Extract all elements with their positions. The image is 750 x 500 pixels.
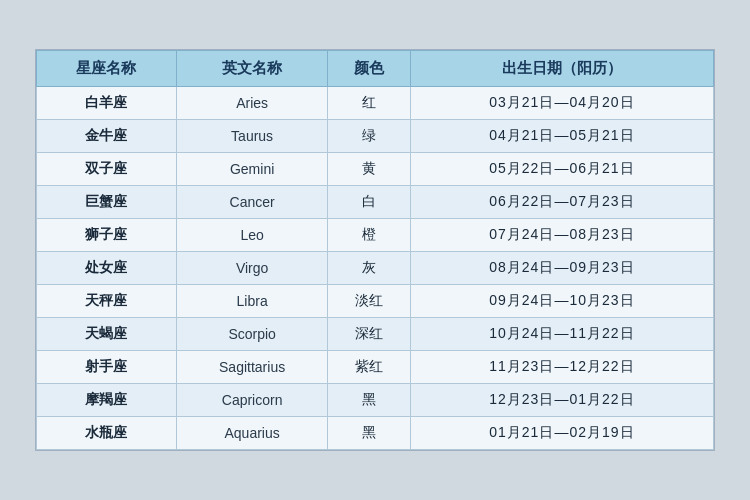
cell-dates: 03月21日—04月20日 (410, 87, 713, 120)
table-row: 巨蟹座Cancer白06月22日—07月23日 (37, 186, 714, 219)
table-header-row: 星座名称 英文名称 颜色 出生日期（阳历） (37, 51, 714, 87)
table-row: 水瓶座Aquarius黑01月21日—02月19日 (37, 417, 714, 450)
table-row: 摩羯座Capricorn黑12月23日—01月22日 (37, 384, 714, 417)
cell-dates: 05月22日—06月21日 (410, 153, 713, 186)
cell-dates: 01月21日—02月19日 (410, 417, 713, 450)
cell-color: 紫红 (328, 351, 410, 384)
cell-english-name: Sagittarius (176, 351, 328, 384)
cell-chinese-name: 水瓶座 (37, 417, 177, 450)
cell-english-name: Virgo (176, 252, 328, 285)
table-row: 射手座Sagittarius紫红11月23日—12月22日 (37, 351, 714, 384)
cell-chinese-name: 白羊座 (37, 87, 177, 120)
table-row: 金牛座Taurus绿04月21日—05月21日 (37, 120, 714, 153)
table-row: 白羊座Aries红03月21日—04月20日 (37, 87, 714, 120)
cell-english-name: Aries (176, 87, 328, 120)
cell-color: 红 (328, 87, 410, 120)
table-row: 狮子座Leo橙07月24日—08月23日 (37, 219, 714, 252)
zodiac-table: 星座名称 英文名称 颜色 出生日期（阳历） 白羊座Aries红03月21日—04… (36, 50, 714, 450)
cell-chinese-name: 天秤座 (37, 285, 177, 318)
cell-chinese-name: 处女座 (37, 252, 177, 285)
table-row: 双子座Gemini黄05月22日—06月21日 (37, 153, 714, 186)
cell-color: 灰 (328, 252, 410, 285)
cell-chinese-name: 狮子座 (37, 219, 177, 252)
cell-dates: 12月23日—01月22日 (410, 384, 713, 417)
cell-english-name: Leo (176, 219, 328, 252)
col-header-color: 颜色 (328, 51, 410, 87)
cell-dates: 07月24日—08月23日 (410, 219, 713, 252)
cell-english-name: Taurus (176, 120, 328, 153)
cell-chinese-name: 射手座 (37, 351, 177, 384)
col-header-dates: 出生日期（阳历） (410, 51, 713, 87)
col-header-english: 英文名称 (176, 51, 328, 87)
cell-color: 深红 (328, 318, 410, 351)
cell-dates: 08月24日—09月23日 (410, 252, 713, 285)
cell-dates: 06月22日—07月23日 (410, 186, 713, 219)
cell-color: 淡红 (328, 285, 410, 318)
table-row: 天蝎座Scorpio深红10月24日—11月22日 (37, 318, 714, 351)
cell-color: 绿 (328, 120, 410, 153)
cell-chinese-name: 摩羯座 (37, 384, 177, 417)
cell-english-name: Aquarius (176, 417, 328, 450)
cell-color: 橙 (328, 219, 410, 252)
cell-english-name: Capricorn (176, 384, 328, 417)
cell-dates: 11月23日—12月22日 (410, 351, 713, 384)
table-body: 白羊座Aries红03月21日—04月20日金牛座Taurus绿04月21日—0… (37, 87, 714, 450)
cell-dates: 09月24日—10月23日 (410, 285, 713, 318)
cell-dates: 10月24日—11月22日 (410, 318, 713, 351)
col-header-chinese: 星座名称 (37, 51, 177, 87)
zodiac-table-container: 星座名称 英文名称 颜色 出生日期（阳历） 白羊座Aries红03月21日—04… (35, 49, 715, 451)
cell-color: 黑 (328, 417, 410, 450)
cell-english-name: Gemini (176, 153, 328, 186)
cell-chinese-name: 金牛座 (37, 120, 177, 153)
cell-color: 白 (328, 186, 410, 219)
table-row: 天秤座Libra淡红09月24日—10月23日 (37, 285, 714, 318)
cell-dates: 04月21日—05月21日 (410, 120, 713, 153)
cell-english-name: Libra (176, 285, 328, 318)
cell-chinese-name: 巨蟹座 (37, 186, 177, 219)
cell-color: 黄 (328, 153, 410, 186)
cell-chinese-name: 双子座 (37, 153, 177, 186)
cell-english-name: Scorpio (176, 318, 328, 351)
cell-chinese-name: 天蝎座 (37, 318, 177, 351)
table-row: 处女座Virgo灰08月24日—09月23日 (37, 252, 714, 285)
cell-color: 黑 (328, 384, 410, 417)
cell-english-name: Cancer (176, 186, 328, 219)
